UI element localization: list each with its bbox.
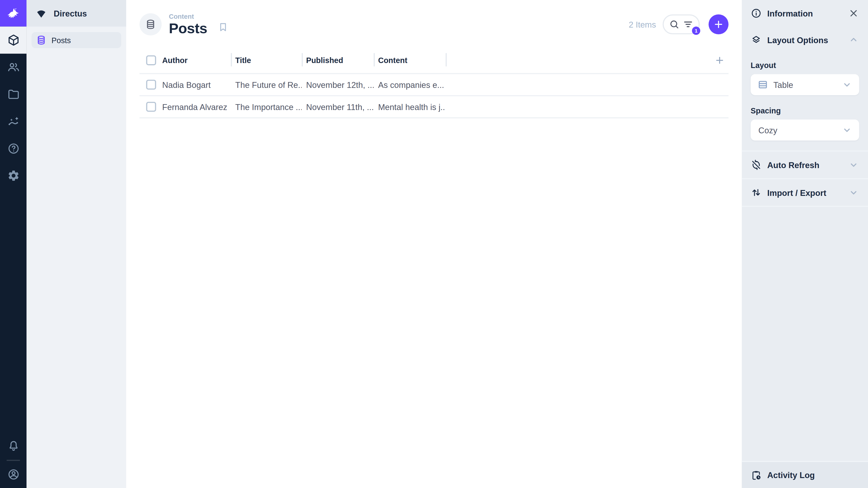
database-icon (145, 19, 156, 30)
layout-select[interactable]: Table (751, 74, 859, 95)
swap-vert-icon (751, 187, 762, 198)
layout-options-fields: Layout Table Spacing (742, 53, 868, 151)
cell-author: Fernanda Alvarez (162, 102, 231, 111)
cube-icon (7, 34, 20, 46)
bell-icon (7, 440, 20, 453)
sync-disabled-icon (751, 159, 762, 170)
layout-field-label: Layout (751, 61, 859, 70)
folder-icon (7, 88, 20, 101)
row-checkbox[interactable] (146, 80, 156, 90)
add-column-button[interactable] (445, 53, 728, 68)
cell-content: As companies e... (374, 80, 445, 90)
row-checkbox[interactable] (146, 102, 156, 112)
notifications-button[interactable] (0, 433, 27, 460)
layout-options-header[interactable]: Layout Options (742, 27, 868, 53)
info-sidebar: Information Layout Options (742, 0, 868, 488)
items-count: 2 Items (629, 20, 656, 29)
layers-icon (751, 34, 762, 45)
plus-icon (713, 19, 724, 30)
select-all-checkbox[interactable] (146, 55, 156, 65)
database-icon (36, 35, 46, 45)
cell-author: Nadia Bogart (162, 80, 231, 90)
rabbit-logo-icon (4, 7, 22, 20)
row-select-cell (140, 80, 162, 90)
activity-log-label: Activity Log (767, 470, 815, 480)
chevron-down-icon (841, 79, 852, 90)
sidebar-item-insights-module[interactable] (0, 108, 27, 135)
column-header-published[interactable]: Published (302, 53, 374, 68)
select-all-cell (140, 53, 162, 68)
users-icon (7, 61, 20, 73)
table-header-row: Author Title Published Content (140, 53, 728, 68)
add-item-button[interactable] (709, 14, 728, 34)
search-icon[interactable] (669, 19, 680, 30)
cell-title: The Future of Re... (231, 80, 302, 90)
breadcrumb[interactable]: Content (169, 13, 207, 20)
sidebar-item-posts[interactable]: Posts (32, 32, 121, 48)
row-select-cell (140, 102, 162, 112)
sidebar-item-settings-module[interactable] (0, 162, 27, 189)
bookmark-button[interactable] (218, 22, 229, 33)
table-row[interactable]: Fernanda Alvarez The Importance ... Nove… (140, 96, 728, 119)
spacing-select[interactable]: Cozy (751, 120, 859, 140)
sidebar-header: Information (742, 0, 868, 27)
section-title: Auto Refresh (767, 160, 842, 170)
title-block: Content Posts (169, 13, 207, 36)
nav-sidebar: Directus Posts (27, 0, 126, 488)
page-title: Posts (169, 21, 207, 36)
project-header[interactable]: Directus (27, 0, 126, 27)
chevron-up-icon (848, 34, 859, 45)
sidebar-item-content-module[interactable] (0, 27, 27, 54)
import-export-section[interactable]: Import / Export (742, 179, 868, 207)
page-header: Content Posts 2 Items (126, 0, 742, 49)
items-table: Author Title Published Content (140, 53, 728, 119)
main-content: Content Posts 2 Items (126, 0, 742, 488)
table-layout-icon (757, 79, 768, 90)
project-logo-icon (35, 8, 47, 18)
activity-log-button[interactable]: Activity Log (742, 461, 868, 488)
account-circle-icon (7, 468, 20, 481)
table-body: Nadia Bogart The Future of Re... Novembe… (140, 73, 728, 119)
section-title: Import / Export (767, 188, 842, 197)
search-filter-pill: 1 (662, 14, 700, 34)
section-title: Layout Options (767, 35, 842, 45)
layout-select-value: Table (773, 80, 836, 90)
collection-icon-button[interactable] (140, 13, 162, 35)
spacing-select-value: Cozy (757, 125, 836, 135)
column-header-author[interactable]: Author (162, 53, 231, 68)
filter-icon[interactable] (683, 19, 694, 30)
chevron-down-icon (841, 125, 852, 135)
module-bar (0, 0, 27, 488)
sidebar-item-label: Posts (52, 36, 71, 44)
plus-icon (714, 55, 725, 66)
cell-published: November 12th, ... (302, 80, 374, 90)
help-icon (7, 142, 20, 155)
activity-log-icon (751, 469, 762, 481)
directus-logo[interactable] (0, 0, 27, 27)
auto-refresh-section[interactable]: Auto Refresh (742, 152, 868, 179)
sidebar-item-files-module[interactable] (0, 81, 27, 108)
sidebar-spacer (742, 207, 868, 461)
close-icon[interactable] (848, 8, 859, 19)
cell-title: The Importance ... (231, 102, 302, 111)
cell-content: Mental health is j... (374, 102, 445, 111)
column-header-content[interactable]: Content (374, 53, 445, 68)
layout-options-section: Layout Options Layout Table (742, 27, 868, 152)
module-bar-spacer (0, 189, 27, 433)
spacing-field-label: Spacing (751, 106, 859, 115)
info-icon (751, 8, 762, 19)
account-button[interactable] (0, 461, 27, 488)
app: Directus Posts (0, 0, 868, 488)
sidebar-title: Information (767, 8, 842, 18)
project-name: Directus (54, 8, 87, 18)
table-row[interactable]: Nadia Bogart The Future of Re... Novembe… (140, 74, 728, 96)
column-header-title[interactable]: Title (231, 53, 302, 68)
chevron-down-icon (848, 159, 859, 170)
insights-icon (7, 115, 20, 128)
chevron-down-icon (848, 187, 859, 198)
cell-published: November 11th, ... (302, 102, 374, 111)
gear-icon (7, 169, 20, 182)
sidebar-item-users-module[interactable] (0, 54, 27, 81)
sidebar-item-help-module[interactable] (0, 135, 27, 162)
bookmark-icon (218, 22, 229, 33)
